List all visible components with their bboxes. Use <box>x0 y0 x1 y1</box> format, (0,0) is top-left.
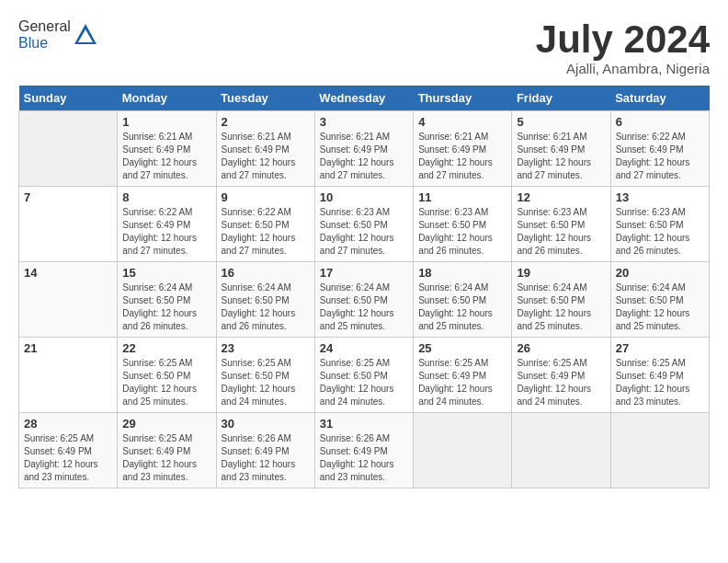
day-number: 3 <box>320 115 408 129</box>
day-info: Sunrise: 6:25 AM Sunset: 6:49 PM Dayligh… <box>418 357 506 408</box>
day-number: 19 <box>517 266 605 280</box>
day-number: 29 <box>122 417 210 431</box>
day-number: 14 <box>24 266 112 280</box>
day-info: Sunrise: 6:21 AM Sunset: 6:49 PM Dayligh… <box>222 131 310 182</box>
day-header-sunday: Sunday <box>19 86 118 111</box>
calendar-cell: 13Sunrise: 6:23 AM Sunset: 6:50 PM Dayli… <box>610 187 709 262</box>
day-header-saturday: Saturday <box>610 86 709 111</box>
day-info: Sunrise: 6:25 AM Sunset: 6:50 PM Dayligh… <box>222 357 310 408</box>
day-info: Sunrise: 6:22 AM Sunset: 6:50 PM Dayligh… <box>222 206 310 258</box>
calendar-cell <box>610 413 709 488</box>
calendar-cell: 6Sunrise: 6:22 AM Sunset: 6:49 PM Daylig… <box>610 111 709 187</box>
logo-general-text: General <box>18 18 71 34</box>
calendar-cell: 18Sunrise: 6:24 AM Sunset: 6:50 PM Dayli… <box>414 262 512 338</box>
day-number: 23 <box>222 341 310 355</box>
day-info: Sunrise: 6:25 AM Sunset: 6:49 PM Dayligh… <box>24 432 112 484</box>
calendar-cell <box>414 413 512 488</box>
logo-blue-text: Blue <box>18 35 48 51</box>
day-info: Sunrise: 6:24 AM Sunset: 6:50 PM Dayligh… <box>122 282 210 333</box>
day-info: Sunrise: 6:24 AM Sunset: 6:50 PM Dayligh… <box>517 282 605 333</box>
calendar-body: 1Sunrise: 6:21 AM Sunset: 6:49 PM Daylig… <box>19 111 710 488</box>
calendar-cell: 26Sunrise: 6:25 AM Sunset: 6:49 PM Dayli… <box>512 338 610 413</box>
day-header-wednesday: Wednesday <box>314 86 413 111</box>
calendar-cell: 30Sunrise: 6:26 AM Sunset: 6:49 PM Dayli… <box>216 413 314 488</box>
day-number: 16 <box>222 266 310 280</box>
day-info: Sunrise: 6:23 AM Sunset: 6:50 PM Dayligh… <box>616 206 704 258</box>
calendar-cell: 8Sunrise: 6:22 AM Sunset: 6:49 PM Daylig… <box>118 187 216 262</box>
calendar-cell: 22Sunrise: 6:25 AM Sunset: 6:50 PM Dayli… <box>118 338 216 413</box>
calendar-cell: 28Sunrise: 6:25 AM Sunset: 6:49 PM Dayli… <box>19 413 118 488</box>
day-header-tuesday: Tuesday <box>216 86 314 111</box>
day-number: 1 <box>122 115 210 129</box>
day-info: Sunrise: 6:22 AM Sunset: 6:49 PM Dayligh… <box>122 206 210 258</box>
calendar-cell: 17Sunrise: 6:24 AM Sunset: 6:50 PM Dayli… <box>314 262 413 338</box>
day-info: Sunrise: 6:25 AM Sunset: 6:49 PM Dayligh… <box>122 432 210 484</box>
page-subtitle: Ajalli, Anambra, Nigeria <box>536 61 710 76</box>
day-info: Sunrise: 6:24 AM Sunset: 6:50 PM Dayligh… <box>222 282 310 333</box>
day-number: 10 <box>320 190 408 204</box>
calendar-cell <box>19 111 118 187</box>
day-number: 18 <box>418 266 506 280</box>
calendar-cell: 5Sunrise: 6:21 AM Sunset: 6:49 PM Daylig… <box>512 111 610 187</box>
calendar-cell: 10Sunrise: 6:23 AM Sunset: 6:50 PM Dayli… <box>314 187 413 262</box>
calendar-week-2: 78Sunrise: 6:22 AM Sunset: 6:49 PM Dayli… <box>19 187 710 262</box>
day-info: Sunrise: 6:24 AM Sunset: 6:50 PM Dayligh… <box>418 282 506 333</box>
day-number: 13 <box>616 190 704 204</box>
day-info: Sunrise: 6:26 AM Sunset: 6:49 PM Dayligh… <box>222 432 310 484</box>
calendar-cell: 29Sunrise: 6:25 AM Sunset: 6:49 PM Dayli… <box>118 413 216 488</box>
calendar-week-1: 1Sunrise: 6:21 AM Sunset: 6:49 PM Daylig… <box>19 111 710 187</box>
days-of-week-row: SundayMondayTuesdayWednesdayThursdayFrid… <box>19 86 710 111</box>
day-info: Sunrise: 6:21 AM Sunset: 6:49 PM Dayligh… <box>418 131 506 182</box>
day-info: Sunrise: 6:24 AM Sunset: 6:50 PM Dayligh… <box>320 282 408 333</box>
day-header-monday: Monday <box>118 86 216 111</box>
calendar-cell: 16Sunrise: 6:24 AM Sunset: 6:50 PM Dayli… <box>216 262 314 338</box>
calendar-cell: 1Sunrise: 6:21 AM Sunset: 6:49 PM Daylig… <box>118 111 216 187</box>
day-number: 17 <box>320 266 408 280</box>
day-number: 21 <box>24 341 112 355</box>
calendar-header: SundayMondayTuesdayWednesdayThursdayFrid… <box>19 86 710 111</box>
day-info: Sunrise: 6:21 AM Sunset: 6:49 PM Dayligh… <box>517 131 605 182</box>
day-info: Sunrise: 6:25 AM Sunset: 6:50 PM Dayligh… <box>320 357 408 408</box>
calendar-cell: 24Sunrise: 6:25 AM Sunset: 6:50 PM Dayli… <box>314 338 413 413</box>
day-number: 31 <box>320 417 408 431</box>
calendar-cell: 3Sunrise: 6:21 AM Sunset: 6:49 PM Daylig… <box>314 111 413 187</box>
calendar-cell: 27Sunrise: 6:25 AM Sunset: 6:49 PM Dayli… <box>610 338 709 413</box>
calendar-cell: 4Sunrise: 6:21 AM Sunset: 6:49 PM Daylig… <box>414 111 512 187</box>
day-info: Sunrise: 6:25 AM Sunset: 6:49 PM Dayligh… <box>616 357 704 408</box>
day-number: 26 <box>517 341 605 355</box>
calendar-cell: 15Sunrise: 6:24 AM Sunset: 6:50 PM Dayli… <box>118 262 216 338</box>
calendar-table: SundayMondayTuesdayWednesdayThursdayFrid… <box>18 86 710 488</box>
day-number: 30 <box>222 417 310 431</box>
page-header: General Blue July 2024 Ajalli, Anambra, … <box>18 18 710 76</box>
day-number: 15 <box>122 266 210 280</box>
day-header-thursday: Thursday <box>414 86 512 111</box>
calendar-cell: 25Sunrise: 6:25 AM Sunset: 6:49 PM Dayli… <box>414 338 512 413</box>
day-info: Sunrise: 6:25 AM Sunset: 6:50 PM Dayligh… <box>122 357 210 408</box>
day-info: Sunrise: 6:21 AM Sunset: 6:49 PM Dayligh… <box>320 131 408 182</box>
calendar-cell: 9Sunrise: 6:22 AM Sunset: 6:50 PM Daylig… <box>216 187 314 262</box>
calendar-week-4: 2122Sunrise: 6:25 AM Sunset: 6:50 PM Day… <box>19 338 710 413</box>
day-number: 24 <box>320 341 408 355</box>
calendar-week-3: 1415Sunrise: 6:24 AM Sunset: 6:50 PM Day… <box>19 262 710 338</box>
day-number: 25 <box>418 341 506 355</box>
logo: General Blue <box>18 18 98 52</box>
calendar-week-5: 28Sunrise: 6:25 AM Sunset: 6:49 PM Dayli… <box>19 413 710 488</box>
day-number: 27 <box>616 341 704 355</box>
calendar-cell: 19Sunrise: 6:24 AM Sunset: 6:50 PM Dayli… <box>512 262 610 338</box>
calendar-cell: 14 <box>19 262 118 338</box>
day-number: 28 <box>24 417 112 431</box>
calendar-cell: 2Sunrise: 6:21 AM Sunset: 6:49 PM Daylig… <box>216 111 314 187</box>
calendar-cell: 12Sunrise: 6:23 AM Sunset: 6:50 PM Dayli… <box>512 187 610 262</box>
day-number: 7 <box>24 190 112 204</box>
day-info: Sunrise: 6:21 AM Sunset: 6:49 PM Dayligh… <box>122 131 210 182</box>
logo-icon <box>73 22 98 48</box>
title-block: July 2024 Ajalli, Anambra, Nigeria <box>536 18 710 76</box>
day-info: Sunrise: 6:23 AM Sunset: 6:50 PM Dayligh… <box>418 206 506 258</box>
day-header-friday: Friday <box>512 86 610 111</box>
day-info: Sunrise: 6:23 AM Sunset: 6:50 PM Dayligh… <box>320 206 408 258</box>
day-number: 22 <box>122 341 210 355</box>
page-title: July 2024 <box>536 18 710 61</box>
calendar-cell: 21 <box>19 338 118 413</box>
day-info: Sunrise: 6:26 AM Sunset: 6:49 PM Dayligh… <box>320 432 408 484</box>
calendar-cell: 31Sunrise: 6:26 AM Sunset: 6:49 PM Dayli… <box>314 413 413 488</box>
